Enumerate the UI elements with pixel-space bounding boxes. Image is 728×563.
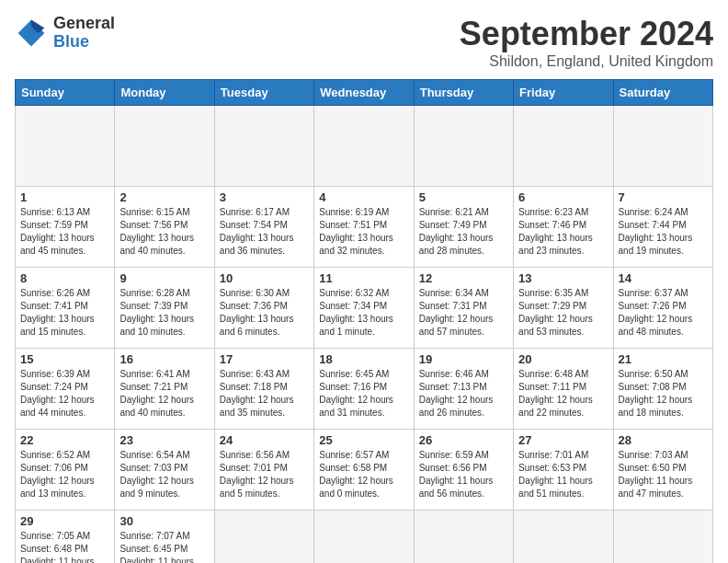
- day-number: 15: [20, 352, 109, 366]
- calendar-day-cell: [514, 106, 613, 187]
- day-number: 3: [220, 190, 309, 204]
- day-number: 11: [319, 271, 408, 285]
- day-number: 2: [119, 190, 209, 204]
- calendar-header-thursday: Thursday: [414, 80, 513, 106]
- day-info: Sunrise: 6:43 AMSunset: 7:18 PMDaylight:…: [220, 368, 309, 419]
- calendar-day-cell: 19Sunrise: 6:46 AMSunset: 7:13 PMDayligh…: [414, 349, 513, 430]
- calendar-day-cell: 6Sunrise: 6:23 AMSunset: 7:46 PMDaylight…: [514, 187, 613, 268]
- day-number: 24: [220, 433, 309, 447]
- calendar-day-cell: 11Sunrise: 6:32 AMSunset: 7:34 PMDayligh…: [314, 268, 414, 349]
- calendar-day-cell: 24Sunrise: 6:56 AMSunset: 7:01 PMDayligh…: [214, 430, 313, 511]
- day-info: Sunrise: 6:19 AMSunset: 7:51 PMDaylight:…: [319, 206, 408, 258]
- calendar-week-row: 8Sunrise: 6:26 AMSunset: 7:41 PMDaylight…: [16, 268, 713, 349]
- day-number: 13: [518, 271, 608, 285]
- calendar-day-cell: [613, 106, 712, 187]
- day-info: Sunrise: 6:24 AMSunset: 7:44 PMDaylight:…: [619, 206, 708, 258]
- day-info: Sunrise: 7:01 AMSunset: 6:53 PMDaylight:…: [518, 449, 608, 500]
- day-info: Sunrise: 6:59 AMSunset: 6:56 PMDaylight:…: [419, 449, 508, 500]
- day-number: 5: [419, 190, 508, 204]
- day-number: 18: [319, 352, 408, 366]
- day-number: 26: [419, 433, 508, 447]
- day-number: 30: [119, 514, 209, 528]
- calendar-day-cell: 12Sunrise: 6:34 AMSunset: 7:31 PMDayligh…: [414, 268, 513, 349]
- day-info: Sunrise: 6:56 AMSunset: 7:01 PMDaylight:…: [220, 449, 309, 500]
- day-number: 20: [518, 352, 608, 366]
- calendar-day-cell: [613, 511, 712, 564]
- calendar-day-cell: 15Sunrise: 6:39 AMSunset: 7:24 PMDayligh…: [16, 349, 115, 430]
- day-number: 14: [619, 271, 708, 285]
- calendar-day-cell: 8Sunrise: 6:26 AMSunset: 7:41 PMDaylight…: [16, 268, 115, 349]
- day-info: Sunrise: 6:46 AMSunset: 7:13 PMDaylight:…: [419, 368, 508, 419]
- calendar-day-cell: 17Sunrise: 6:43 AMSunset: 7:18 PMDayligh…: [214, 349, 313, 430]
- calendar-day-cell: 3Sunrise: 6:17 AMSunset: 7:54 PMDaylight…: [214, 187, 313, 268]
- day-number: 17: [220, 352, 309, 366]
- day-info: Sunrise: 6:57 AMSunset: 6:58 PMDaylight:…: [319, 449, 408, 500]
- calendar-day-cell: [16, 106, 115, 187]
- day-number: 19: [419, 352, 508, 366]
- day-info: Sunrise: 6:30 AMSunset: 7:36 PMDaylight:…: [220, 287, 309, 339]
- calendar-day-cell: 28Sunrise: 7:03 AMSunset: 6:50 PMDayligh…: [613, 430, 712, 511]
- day-info: Sunrise: 6:41 AMSunset: 7:21 PMDaylight:…: [119, 368, 209, 419]
- calendar-day-cell: 29Sunrise: 7:05 AMSunset: 6:48 PMDayligh…: [16, 511, 115, 564]
- calendar-day-cell: 30Sunrise: 7:07 AMSunset: 6:45 PMDayligh…: [115, 511, 214, 564]
- calendar-week-row: [16, 106, 713, 187]
- calendar-header-monday: Monday: [115, 80, 214, 106]
- day-info: Sunrise: 6:15 AMSunset: 7:56 PMDaylight:…: [119, 206, 209, 258]
- calendar-day-cell: 14Sunrise: 6:37 AMSunset: 7:26 PMDayligh…: [613, 268, 712, 349]
- day-number: 9: [119, 271, 209, 285]
- calendar-day-cell: [314, 511, 414, 564]
- day-number: 27: [518, 433, 608, 447]
- calendar-day-cell: 9Sunrise: 6:28 AMSunset: 7:39 PMDaylight…: [115, 268, 214, 349]
- day-info: Sunrise: 7:03 AMSunset: 6:50 PMDaylight:…: [619, 449, 708, 500]
- day-info: Sunrise: 6:13 AMSunset: 7:59 PMDaylight:…: [20, 206, 109, 258]
- page-header: General Blue September 2024 Shildon, Eng…: [15, 15, 713, 70]
- calendar-day-cell: 20Sunrise: 6:48 AMSunset: 7:11 PMDayligh…: [514, 349, 613, 430]
- calendar-week-row: 1Sunrise: 6:13 AMSunset: 7:59 PMDaylight…: [16, 187, 713, 268]
- day-info: Sunrise: 6:45 AMSunset: 7:16 PMDaylight:…: [319, 368, 408, 419]
- calendar-day-cell: 2Sunrise: 6:15 AMSunset: 7:56 PMDaylight…: [115, 187, 214, 268]
- day-number: 6: [518, 190, 608, 204]
- day-info: Sunrise: 6:21 AMSunset: 7:49 PMDaylight:…: [419, 206, 508, 258]
- calendar-day-cell: 18Sunrise: 6:45 AMSunset: 7:16 PMDayligh…: [314, 349, 414, 430]
- calendar-day-cell: 25Sunrise: 6:57 AMSunset: 6:58 PMDayligh…: [314, 430, 414, 511]
- calendar-day-cell: 5Sunrise: 6:21 AMSunset: 7:49 PMDaylight…: [414, 187, 513, 268]
- day-info: Sunrise: 6:52 AMSunset: 7:06 PMDaylight:…: [20, 449, 109, 500]
- month-title: September 2024: [460, 15, 713, 53]
- day-info: Sunrise: 6:17 AMSunset: 7:54 PMDaylight:…: [220, 206, 309, 258]
- calendar-day-cell: 13Sunrise: 6:35 AMSunset: 7:29 PMDayligh…: [514, 268, 613, 349]
- logo-text: General Blue: [53, 15, 115, 52]
- calendar-header-saturday: Saturday: [613, 80, 712, 106]
- calendar-header-tuesday: Tuesday: [214, 80, 313, 106]
- calendar-header-sunday: Sunday: [16, 80, 115, 106]
- day-number: 10: [220, 271, 309, 285]
- calendar-day-cell: [414, 106, 513, 187]
- day-info: Sunrise: 6:39 AMSunset: 7:24 PMDaylight:…: [20, 368, 109, 419]
- day-info: Sunrise: 6:23 AMSunset: 7:46 PMDaylight:…: [518, 206, 608, 258]
- day-number: 23: [119, 433, 209, 447]
- calendar-day-cell: [514, 511, 613, 564]
- day-info: Sunrise: 7:05 AMSunset: 6:48 PMDaylight:…: [20, 530, 109, 563]
- calendar-day-cell: 16Sunrise: 6:41 AMSunset: 7:21 PMDayligh…: [115, 349, 214, 430]
- day-number: 8: [20, 271, 109, 285]
- calendar-day-cell: 21Sunrise: 6:50 AMSunset: 7:08 PMDayligh…: [613, 349, 712, 430]
- logo: General Blue: [15, 15, 115, 52]
- day-number: 28: [619, 433, 708, 447]
- day-info: Sunrise: 6:50 AMSunset: 7:08 PMDaylight:…: [619, 368, 708, 419]
- day-info: Sunrise: 6:26 AMSunset: 7:41 PMDaylight:…: [20, 287, 109, 339]
- day-number: 12: [419, 271, 508, 285]
- calendar-week-row: 15Sunrise: 6:39 AMSunset: 7:24 PMDayligh…: [16, 349, 713, 430]
- logo-blue: Blue: [53, 33, 115, 52]
- calendar-day-cell: 27Sunrise: 7:01 AMSunset: 6:53 PMDayligh…: [514, 430, 613, 511]
- day-info: Sunrise: 6:48 AMSunset: 7:11 PMDaylight:…: [518, 368, 608, 419]
- calendar-day-cell: 1Sunrise: 6:13 AMSunset: 7:59 PMDaylight…: [16, 187, 115, 268]
- calendar-day-cell: 7Sunrise: 6:24 AMSunset: 7:44 PMDaylight…: [613, 187, 712, 268]
- day-number: 1: [20, 190, 109, 204]
- day-number: 22: [20, 433, 109, 447]
- calendar-day-cell: [214, 511, 313, 564]
- calendar-day-cell: 4Sunrise: 6:19 AMSunset: 7:51 PMDaylight…: [314, 187, 414, 268]
- day-number: 25: [319, 433, 408, 447]
- day-info: Sunrise: 6:54 AMSunset: 7:03 PMDaylight:…: [119, 449, 209, 500]
- day-info: Sunrise: 6:34 AMSunset: 7:31 PMDaylight:…: [419, 287, 508, 339]
- calendar-day-cell: [115, 106, 214, 187]
- day-info: Sunrise: 7:07 AMSunset: 6:45 PMDaylight:…: [119, 530, 209, 563]
